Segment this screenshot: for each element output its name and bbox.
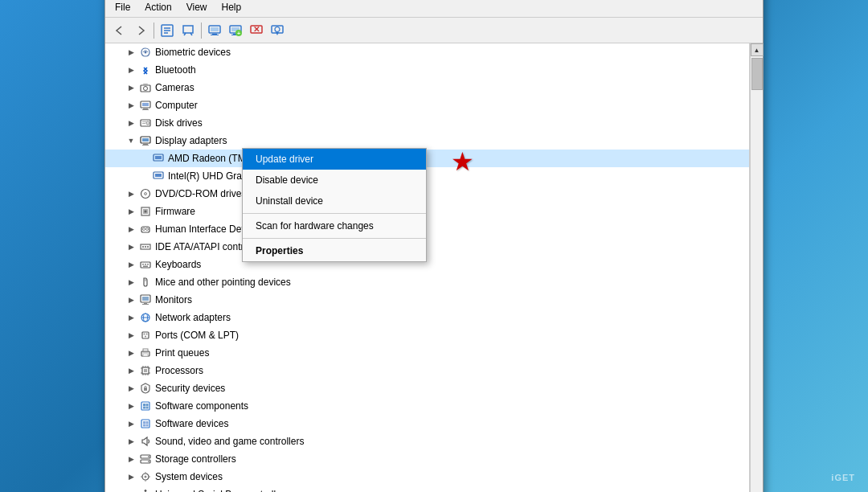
tree-item-firmware[interactable]: ▶ Firmware — [105, 203, 749, 220]
expand-processors[interactable]: ▶ — [125, 364, 137, 377]
tree-item-network[interactable]: ▶ Network adapters — [105, 309, 749, 326]
tree-item-amd[interactable]: ▶ AMD Radeon (TM) RX 640 — [105, 150, 749, 167]
svg-rect-100 — [146, 421, 149, 424]
display-icon — [139, 134, 152, 147]
tree-item-cameras[interactable]: ▶ Cameras — [105, 79, 749, 96]
expand-hid[interactable]: ▶ — [125, 223, 137, 236]
tree-item-display[interactable]: ▼ Display adapters — [105, 132, 749, 150]
expand-network[interactable]: ▶ — [125, 311, 137, 324]
tree-item-storage[interactable]: ▶ Storage controllers — [105, 450, 749, 468]
svg-rect-62 — [147, 264, 149, 265]
tree-item-dvd[interactable]: ▶ DVD/CD-ROM drives — [105, 185, 749, 203]
tree-item-sound[interactable]: ▶ Sound, video and game controllers — [105, 433, 749, 450]
tree-item-security[interactable]: ▶ Security devices — [105, 379, 749, 397]
content-area: ▶ Biometric devices ▶ Bluetooth ▶ Camera… — [105, 43, 763, 492]
menu-action[interactable]: Action — [138, 0, 178, 14]
expand-ide[interactable]: ▶ — [125, 240, 137, 253]
storage-label: Storage controllers — [155, 453, 236, 465]
expand-storage[interactable]: ▶ — [125, 453, 137, 465]
back-button[interactable] — [110, 21, 129, 40]
menu-view[interactable]: View — [180, 0, 214, 14]
expand-monitors[interactable]: ▶ — [125, 293, 137, 306]
display-label: Display adapters — [155, 135, 227, 146]
expand-print[interactable]: ▶ — [125, 346, 137, 359]
svg-rect-61 — [145, 264, 146, 265]
ide-icon — [139, 240, 152, 253]
tree-item-ports[interactable]: ▶ Ports (COM & LPT) — [105, 326, 749, 344]
scroll-up-button[interactable]: ▲ — [751, 43, 764, 56]
expand-biometric[interactable]: ▶ — [125, 46, 137, 59]
processors-icon — [139, 364, 152, 377]
svg-rect-43 — [155, 156, 162, 159]
expand-security[interactable]: ▶ — [125, 382, 137, 395]
cameras-icon — [139, 81, 152, 94]
display-computer-button[interactable] — [205, 21, 224, 40]
storage-icon — [139, 453, 152, 465]
tree-item-keyboards[interactable]: ▶ Keyboards — [105, 256, 749, 273]
tree-item-monitors[interactable]: ▶ Monitors — [105, 291, 749, 309]
expand-sysdev[interactable]: ▶ — [125, 470, 137, 483]
expand-mice[interactable]: ▶ — [125, 276, 137, 289]
tree-item-bluetooth[interactable]: ▶ Bluetooth — [105, 61, 749, 79]
tree-item-intel[interactable]: ▶ Intel(R) UHD Graphics 620 — [105, 167, 749, 185]
svg-rect-60 — [142, 264, 144, 265]
ctx-scan-hardware[interactable]: Scan for hardware changes — [243, 215, 426, 236]
security-icon — [139, 382, 152, 395]
menu-help[interactable]: Help — [215, 0, 248, 14]
tree-item-print[interactable]: ▶ Print queues — [105, 344, 749, 362]
tree-item-ide[interactable]: ▶ IDE ATA/ATAPI controllers — [105, 238, 749, 256]
svg-point-74 — [146, 334, 148, 335]
ctx-update-driver[interactable]: Update driver — [243, 149, 426, 170]
expand-sound[interactable]: ▶ — [125, 435, 137, 448]
svg-point-73 — [144, 334, 145, 335]
tree-item-disk[interactable]: ▶ Disk drives — [105, 114, 749, 132]
tree-item-computer[interactable]: ▶ Computer — [105, 96, 749, 114]
security-label: Security devices — [155, 383, 225, 394]
expand-display[interactable]: ▼ — [125, 134, 137, 147]
ctx-uninstall-device[interactable]: Uninstall device — [243, 191, 426, 211]
tree-item-usb[interactable]: ▶ Universal Serial Bus controllers — [105, 486, 749, 492]
update-driver-button[interactable] — [268, 21, 287, 40]
menu-bar: File Action View Help — [105, 0, 763, 18]
tree-item-mice[interactable]: ▶ Mice and other pointing devices — [105, 273, 749, 291]
expand-dvd[interactable]: ▶ — [125, 187, 137, 200]
device-tree[interactable]: ▶ Biometric devices ▶ Bluetooth ▶ Camera… — [105, 43, 750, 492]
scroll-thumb[interactable] — [751, 58, 763, 90]
expand-swcomp[interactable]: ▶ — [125, 400, 137, 412]
firmware-label: Firmware — [155, 206, 195, 217]
tree-item-biometric[interactable]: ▶ Biometric devices — [105, 43, 749, 61]
remove-device-button[interactable]: ✕ — [247, 21, 266, 40]
expand-disk[interactable]: ▶ — [125, 117, 137, 129]
expand-ports[interactable]: ▶ — [125, 329, 137, 342]
monitors-icon — [139, 293, 152, 306]
ctx-separator-2 — [243, 238, 426, 239]
tree-item-sysdev[interactable]: ▶ System devices — [105, 468, 749, 486]
svg-rect-56 — [142, 246, 144, 248]
forward-button[interactable] — [131, 21, 150, 40]
svg-rect-41 — [142, 145, 149, 146]
svg-rect-28 — [143, 84, 148, 86]
properties-toolbar-button[interactable] — [158, 21, 177, 40]
expand-firmware[interactable]: ▶ — [125, 205, 137, 218]
menu-file[interactable]: File — [108, 0, 137, 14]
ctx-disable-device[interactable]: Disable device — [243, 170, 426, 191]
svg-rect-99 — [143, 421, 145, 424]
expand-cameras[interactable]: ▶ — [125, 81, 137, 94]
tree-item-processors[interactable]: ▶ Processors — [105, 362, 749, 379]
hid-icon — [139, 223, 152, 236]
expand-swdev[interactable]: ▶ — [125, 417, 137, 430]
ctx-properties[interactable]: Properties — [243, 240, 426, 261]
processors-label: Processors — [155, 365, 203, 376]
expand-bluetooth[interactable]: ▶ — [125, 64, 137, 76]
scan-changes-toolbar-button[interactable]: + — [226, 21, 245, 40]
help-toolbar-button[interactable] — [178, 21, 198, 40]
svg-rect-95 — [146, 404, 149, 406]
tree-item-swcomp[interactable]: ▶ Software components — [105, 397, 749, 415]
tree-item-hid[interactable]: ▶ Human Interface Devices — [105, 220, 749, 238]
scrollbar[interactable]: ▲ — [750, 43, 763, 492]
expand-computer[interactable]: ▶ — [125, 99, 137, 112]
tree-item-swdev[interactable]: ▶ Software devices — [105, 415, 749, 433]
bluetooth-label: Bluetooth — [155, 64, 196, 76]
expand-usb[interactable]: ▶ — [125, 488, 137, 492]
expand-keyboards[interactable]: ▶ — [125, 258, 137, 271]
